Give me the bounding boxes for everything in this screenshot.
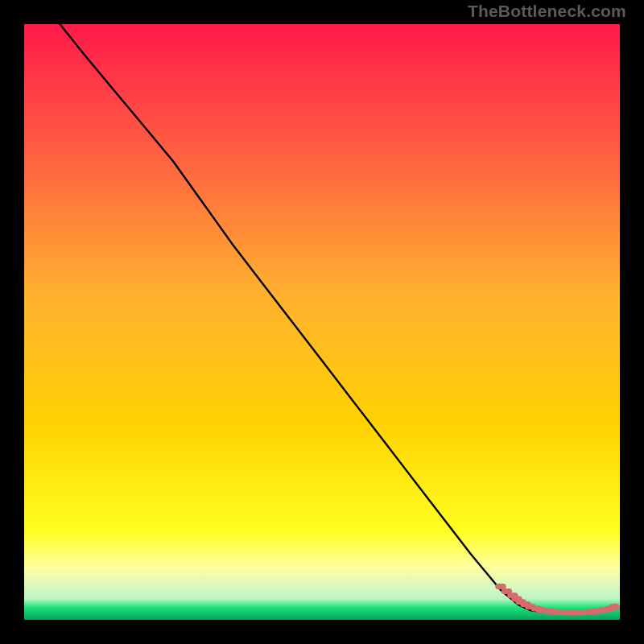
gradient-background	[24, 24, 620, 620]
marker-end-dot	[613, 603, 618, 609]
attribution-label: TheBottleneck.com	[468, 2, 626, 21]
plot-area	[24, 24, 620, 620]
chart-frame: TheBottleneck.com	[0, 0, 644, 644]
plot-svg	[24, 24, 620, 620]
